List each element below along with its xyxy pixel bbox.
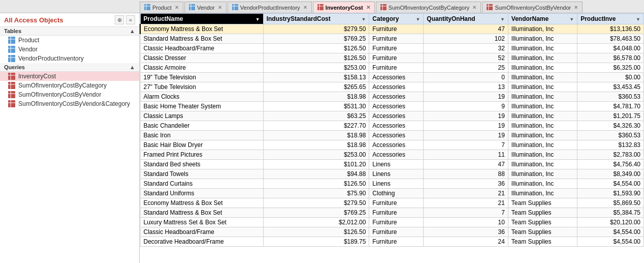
main-content: All Access Objects ⊕ « Tables ▲ ProductV… — [0, 13, 644, 263]
cell-quantityOnHand: 7 — [424, 208, 508, 218]
table-row[interactable]: Basic Home Theater System$531.30Accessor… — [140, 102, 644, 111]
cell-productName: Standard Curtains — [140, 179, 263, 189]
sidebar-query-inventorycost[interactable]: InventoryCost — [0, 72, 139, 81]
sidebar-item-product[interactable]: Product — [0, 36, 139, 45]
cell-category: Accessories — [369, 73, 424, 82]
cell-quantityOnHand: 7 — [424, 140, 508, 150]
col-header-category[interactable]: Category▼ — [369, 14, 424, 24]
sidebar-query-sumofinventorycostbyvendor&category[interactable]: SumOfInventoryCostByVendor&Category — [0, 99, 139, 108]
tab-close-icon[interactable]: ✕ — [175, 5, 179, 10]
table-row[interactable]: Basic Hair Blow Dryer$18.98Accessories7I… — [140, 140, 644, 150]
col-header-productInve[interactable]: ProductInve▼ — [577, 14, 644, 24]
table-row[interactable]: Basic Chandelier$227.70Accessories19Illu… — [140, 121, 644, 131]
table-row[interactable]: Standard Mattress & Box Set$769.25Furnit… — [140, 34, 644, 44]
cell-productName: Basic Home Theater System — [140, 102, 263, 111]
cell-productInve: $5,384.75 — [577, 208, 644, 218]
cell-category: Accessories — [369, 102, 424, 111]
table-row[interactable]: Standard Mattress & Box Set$769.25Furnit… — [140, 208, 644, 218]
sidebar-search-icon[interactable]: ⊕ — [115, 15, 124, 24]
data-grid[interactable]: ProductName▼IndustryStandardCost▼Categor… — [140, 13, 644, 263]
table-row[interactable]: 27" Tube Television$265.65Accessories13I… — [140, 82, 644, 92]
tab-vendor[interactable]: Vendor✕ — [184, 2, 227, 13]
cell-productInve: $4,756.40 — [577, 160, 644, 169]
table-row[interactable]: Economy Mattress & Box Set$279.50Furnitu… — [140, 24, 644, 34]
col-header-industryStandardCost[interactable]: IndustryStandardCost▼ — [263, 14, 369, 24]
cell-productName: Standard Bed sheets — [140, 160, 263, 169]
cell-quantityOnHand: 19 — [424, 111, 508, 121]
sidebar-item-label: SumOfInventoryCostByCategory — [18, 82, 107, 89]
sidebar-icon-group: ⊕ « — [115, 15, 135, 24]
cell-quantityOnHand: 47 — [424, 160, 508, 169]
cell-category: Clothing — [369, 189, 424, 198]
cell-vendorName: Illumination, Inc — [508, 34, 577, 44]
tab-close-icon[interactable]: ✕ — [574, 5, 578, 10]
table-row[interactable]: Classic Headboard/Frame$126.50Furniture3… — [140, 44, 644, 53]
queries-expand-icon[interactable]: ▲ — [130, 64, 135, 70]
table-row[interactable]: Classic Headboard/Frame$126.50Furniture3… — [140, 227, 644, 237]
col-header-vendorName[interactable]: VendorName▼ — [508, 14, 577, 24]
cell-productName: Classic Headboard/Frame — [140, 44, 263, 53]
sidebar-item-label: Vendor — [18, 46, 38, 53]
tab-label: Product — [152, 5, 172, 11]
tab-close-icon[interactable]: ✕ — [366, 5, 370, 10]
table-row[interactable]: Alarm Clocks$18.98Accessories19Illuminat… — [140, 92, 644, 102]
sidebar-item-label: InventoryCost — [18, 73, 56, 80]
col-label: Category — [372, 15, 399, 22]
tab-sumofinventorycostbycategory[interactable]: SumOfInventoryCostByCategory✕ — [376, 2, 481, 13]
cell-industryStandardCost: $126.50 — [263, 44, 369, 53]
table-row[interactable]: 19" Tube Television$158.13Accessories0Il… — [140, 73, 644, 82]
table-row[interactable]: Luxury Mattress Set & Box Set$2,012.00Fu… — [140, 218, 644, 227]
tab-close-icon[interactable]: ✕ — [218, 5, 222, 10]
table-row[interactable]: Standard Uniforms$75.90Clothing21Illumin… — [140, 189, 644, 198]
cell-industryStandardCost: $227.70 — [263, 121, 369, 131]
svg-rect-18 — [8, 37, 15, 44]
table-row[interactable]: Standard Bed sheets$101.20Linens47Illumi… — [140, 160, 644, 169]
sidebar-item-vendor[interactable]: Vendor — [0, 45, 139, 54]
col-header-productName[interactable]: ProductName▼ — [140, 14, 263, 24]
sidebar-item-vendorproductinventory[interactable]: VendorProductInventory — [0, 54, 139, 63]
query-icon — [487, 4, 493, 11]
cell-productInve: $5,869.50 — [577, 198, 644, 208]
cell-vendorName: Illumination, Inc — [508, 53, 577, 63]
tab-bar: Product✕Vendor✕VendorProductInventory✕In… — [0, 0, 644, 13]
sidebar-query-sumofinventorycostbyvendor[interactable]: SumOfInventoryCostByVendor — [0, 90, 139, 99]
table-row[interactable]: Framed Print Pictures$253.00Accessories1… — [140, 150, 644, 160]
svg-rect-12 — [380, 4, 387, 10]
table-row[interactable]: Classic Dresser$126.50Furniture52Illumin… — [140, 53, 644, 63]
cell-productInve: $3,453.45 — [577, 82, 644, 92]
cell-productInve: $2,783.00 — [577, 150, 644, 160]
cell-vendorName: Illumination, Inc — [508, 73, 577, 82]
cell-vendorName: Illumination, Inc — [508, 140, 577, 150]
col-label: ProductName — [144, 15, 183, 22]
col-sort-arrow: ▼ — [361, 15, 366, 22]
tab-inventorycost[interactable]: InventoryCost✕ — [313, 2, 375, 13]
sidebar-collapse-icon[interactable]: « — [126, 15, 135, 24]
tables-expand-icon[interactable]: ▲ — [130, 28, 135, 34]
tab-close-icon[interactable]: ✕ — [303, 5, 307, 10]
cell-quantityOnHand: 24 — [424, 237, 508, 247]
table-row[interactable]: Decorative Headboard/Frame$189.75Furnitu… — [140, 237, 644, 247]
table-row[interactable]: Economy Mattress & Box Set$279.50Furnitu… — [140, 198, 644, 208]
tab-sumofinventorycostbyvendor[interactable]: SumOfInventoryCostByVendor✕ — [482, 2, 583, 13]
cell-vendorName: Illumination, Inc — [508, 189, 577, 198]
cell-productInve: $1,201.75 — [577, 111, 644, 121]
table-row[interactable]: Standard Towels$94.88Linens88Illuminatio… — [140, 169, 644, 179]
table-row[interactable]: Basic Iron$18.98Accessories19Illuminatio… — [140, 131, 644, 140]
table-icon — [8, 37, 15, 44]
table-row[interactable]: Standard Curtains$126.50Linens36Illumina… — [140, 179, 644, 189]
table-row[interactable]: Classic Armoire$253.00Furniture25Illumin… — [140, 63, 644, 73]
cell-category: Accessories — [369, 111, 424, 121]
query-icon — [8, 73, 15, 80]
sidebar-header: All Access Objects ⊕ « — [0, 13, 139, 27]
col-header-quantityOnHand[interactable]: QuantityOnHand▼ — [424, 14, 508, 24]
cell-industryStandardCost: $63.25 — [263, 111, 369, 121]
cell-industryStandardCost: $253.00 — [263, 150, 369, 160]
tab-close-icon[interactable]: ✕ — [472, 5, 476, 10]
table-row[interactable]: Classic Lamps$63.25Accessories19Illumina… — [140, 111, 644, 121]
tab-product[interactable]: Product✕ — [140, 2, 183, 13]
col-label: IndustryStandardCost — [267, 15, 331, 22]
tab-vendorproductinventory[interactable]: VendorProductInventory✕ — [228, 2, 312, 13]
tables-section-header: Tables ▲ — [0, 27, 139, 36]
table-icon — [8, 46, 15, 53]
sidebar-query-sumofinventorycostbycategory[interactable]: SumOfInventoryCostByCategory — [0, 81, 139, 90]
